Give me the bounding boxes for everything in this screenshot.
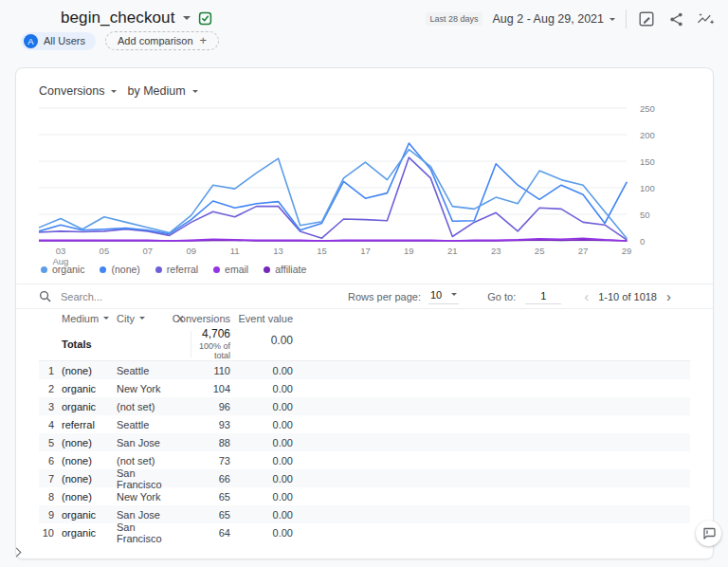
y-axis-tick-label: 100 [640, 183, 655, 193]
table-row: 5(none)San Jose880.00 [39, 433, 690, 451]
x-axis-tick-label: 03 [56, 246, 66, 256]
chart-selectors: Conversions by Medium [39, 84, 198, 98]
table-row: 8(none)New York650.00 [39, 487, 690, 505]
all-users-chip[interactable]: A All Users [21, 32, 96, 50]
y-axis-tick-label: 200 [640, 130, 655, 140]
feedback-button[interactable] [696, 521, 721, 546]
x-axis-tick-label: 05 [100, 246, 110, 256]
cell-index: 9 [39, 509, 54, 521]
date-preset-badge: Last 28 days [426, 12, 482, 26]
all-users-chip-label: All Users [44, 35, 85, 46]
search-icon [39, 290, 51, 302]
cell-conversions: 65 [191, 491, 230, 503]
cell-city: San Francisco [117, 521, 170, 544]
date-range-selector[interactable]: Aug 2 - Aug 29, 2021 [493, 12, 615, 26]
plus-icon: + [200, 36, 208, 46]
search-input[interactable] [59, 290, 248, 303]
y-axis-tick-label: 0 [640, 236, 645, 247]
x-axis-tick-label: 17 [360, 246, 371, 256]
totals-event-value: 0.00 [230, 327, 293, 347]
column-header-medium[interactable]: Medium [54, 313, 117, 324]
x-axis-tick-label: 15 [317, 246, 327, 256]
cell-index: 8 [39, 491, 54, 503]
y-axis-tick-label: 50 [640, 210, 650, 220]
x-axis-tick-label: 29 [622, 246, 632, 256]
expand-navigation-icon[interactable] [10, 546, 24, 559]
legend-label: referral [167, 264, 198, 275]
customize-report-icon[interactable] [637, 9, 656, 28]
cell-index: 6 [39, 455, 54, 466]
legend-label: (none) [111, 264, 139, 275]
legend-item-none[interactable]: (none) [100, 264, 139, 275]
legend-label: organic [52, 264, 84, 275]
dimension-selector-caret-icon[interactable] [192, 90, 198, 93]
rows-per-page-select[interactable]: 10 [428, 289, 459, 304]
insights-icon[interactable] [696, 9, 715, 28]
legend-item-affiliate[interactable]: affiliate [264, 264, 306, 275]
table-row: 7(none)San Francisco660.00 [39, 469, 690, 487]
cell-city: San Jose [117, 437, 170, 448]
cell-conversions: 104 [191, 383, 230, 394]
metric-selector-caret-icon[interactable] [111, 90, 117, 93]
table-row: 3organic(not set)960.00 [39, 397, 690, 415]
cell-medium: (none) [54, 365, 117, 376]
cell-medium: (none) [54, 473, 117, 485]
table-row: 1(none)Seattle1100.00 [39, 361, 690, 379]
cell-medium: referral [54, 419, 117, 430]
x-axis-tick-label: 23 [491, 246, 501, 256]
cell-index: 10 [39, 527, 54, 539]
column-header-conversions[interactable]: Conversions [191, 313, 230, 324]
table-row: 10organicSan Francisco640.00 [39, 523, 690, 541]
totals-label: Totals [54, 338, 117, 350]
metric-selector-label[interactable]: Conversions [39, 84, 104, 98]
cell-event-value: 0.00 [230, 383, 293, 394]
legend-item-referral[interactable]: referral [155, 264, 198, 275]
table-row: 2organicNew York1040.00 [39, 379, 690, 397]
totals-conversions-cell: 4,706 100% of total [191, 331, 230, 357]
dimension-selector-label[interactable]: by Medium [127, 84, 185, 98]
legend-item-email[interactable]: email [213, 264, 248, 275]
city-sort-caret-icon [139, 317, 145, 320]
legend-item-organic[interactable]: organic [41, 264, 84, 275]
column-header-city[interactable]: City [117, 313, 170, 324]
top-controls: Last 28 days Aug 2 - Aug 29, 2021 [426, 9, 715, 28]
chart-line-organic [39, 150, 627, 239]
line-chart: 05010015020025003Aug05070911131517192123… [39, 102, 680, 271]
report-title-row: begin_checkout [61, 9, 212, 27]
goto-page-input[interactable] [525, 289, 561, 304]
legend-dot-icon [155, 266, 162, 273]
add-comparison-button[interactable]: Add comparison + [105, 31, 219, 50]
cell-conversions: 65 [191, 509, 230, 521]
pagination: ‹ 1-10 of 1018 › [584, 291, 671, 302]
cell-conversions: 88 [191, 437, 230, 448]
cell-city: New York [117, 383, 170, 394]
toolbar-right: Rows per page: 10 Go to: ‹ 1-10 of 1018 … [348, 289, 671, 304]
cell-event-value: 0.00 [230, 401, 293, 412]
cell-medium: (none) [54, 437, 117, 448]
column-header-event-value[interactable]: Event value [230, 313, 293, 324]
legend-dot-icon [213, 266, 220, 273]
ga4-report-page: begin_checkout Last 28 days Aug 2 - Aug … [0, 0, 728, 567]
cell-medium: organic [54, 509, 117, 521]
cell-city: Seattle [117, 419, 170, 430]
feedback-icon [702, 527, 716, 540]
cell-city: San Francisco [117, 467, 170, 490]
x-axis-tick-label: 09 [186, 246, 196, 256]
title-dropdown-caret-icon[interactable] [183, 16, 191, 20]
medium-sort-caret-icon [103, 317, 109, 320]
x-axis-tick-label: 07 [143, 246, 154, 256]
share-icon[interactable] [666, 9, 685, 28]
next-page-icon[interactable]: › [666, 291, 671, 302]
table-header-row: Medium City × Conversions Event value [39, 309, 690, 327]
rows-per-page-caret-icon [451, 293, 457, 296]
x-axis-tick-label: 13 [273, 246, 283, 256]
chart-line-(none) [39, 143, 627, 234]
date-range-caret-icon [610, 18, 615, 21]
search-box[interactable] [39, 290, 348, 303]
cell-medium: organic [54, 527, 117, 539]
cell-index: 1 [39, 365, 54, 376]
previous-page-icon[interactable]: ‹ [584, 291, 589, 302]
cell-conversions: 66 [191, 473, 230, 485]
cell-medium: organic [54, 401, 117, 412]
cell-conversions: 93 [191, 419, 230, 430]
